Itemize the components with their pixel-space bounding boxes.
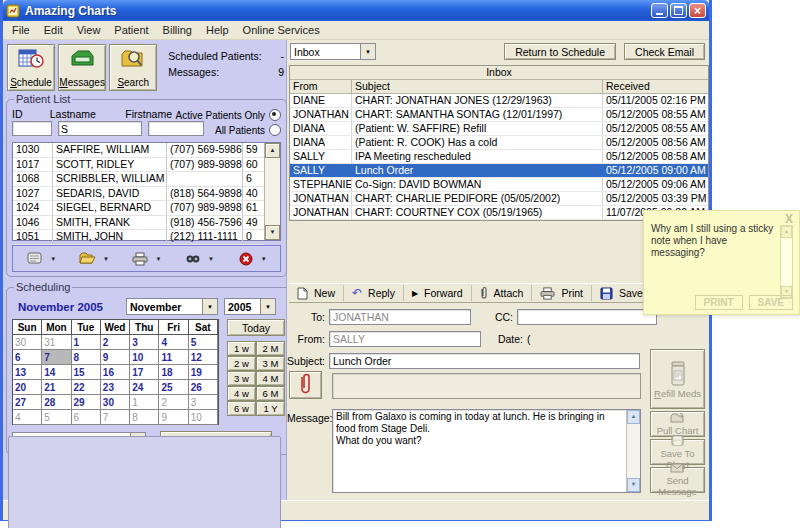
calendar-day[interactable]: 5: [189, 335, 218, 350]
folder-select[interactable]: Inbox ▼: [290, 43, 376, 60]
calendar-day[interactable]: 2: [101, 335, 130, 350]
calendar-day[interactable]: 29: [72, 395, 101, 410]
subject-input[interactable]: [329, 353, 640, 369]
patient-list-scrollbar[interactable]: ▲ ▼: [264, 143, 280, 240]
sticky-note-text[interactable]: Why am I still using a sticky note when …: [651, 223, 777, 259]
col-from[interactable]: From: [290, 80, 352, 93]
sticky-close-icon[interactable]: X: [785, 212, 793, 226]
year-dropdown-icon[interactable]: ▼: [260, 299, 275, 314]
calendar-day[interactable]: 6: [72, 410, 101, 425]
search-button[interactable]: Search: [109, 44, 157, 91]
inbox-row[interactable]: JONATHAN CHART: CHARLIE PEDIFORE (05/05/…: [290, 192, 708, 206]
message-scroll-down-icon[interactable]: ▼: [627, 478, 640, 492]
sticky-scroll-up-icon[interactable]: ▲: [781, 226, 792, 238]
minimize-button[interactable]: [651, 3, 668, 18]
message-scroll-up-icon[interactable]: ▲: [627, 410, 640, 424]
open-folder-icon[interactable]: [76, 249, 100, 269]
calendar-day[interactable]: 23: [101, 380, 130, 395]
forward-button[interactable]: ▶ Forward: [404, 285, 472, 301]
pull-chart-button[interactable]: Pull Chart: [650, 411, 705, 437]
calendar-day[interactable]: 1: [72, 335, 101, 350]
patient-row[interactable]: 1046 SMITH, FRANK (918) 456-7596 49: [13, 216, 264, 231]
calendar-day[interactable]: 9: [159, 410, 188, 425]
maximize-button[interactable]: [670, 3, 687, 18]
refill-meds-button[interactable]: Refill Meds: [650, 349, 705, 409]
id-input[interactable]: [12, 121, 52, 136]
calendar-day[interactable]: 16: [101, 365, 130, 380]
range-button[interactable]: 3 M: [256, 356, 285, 371]
find-icon[interactable]: [181, 249, 205, 269]
range-button[interactable]: 4 M: [256, 371, 285, 386]
calendar-day[interactable]: 3: [189, 395, 218, 410]
sticky-save-button[interactable]: SAVE: [749, 295, 794, 310]
patient-row[interactable]: 1017 SCOTT, RIDLEY (707) 989-9898 60: [13, 158, 264, 173]
range-button[interactable]: 6 w: [227, 401, 256, 416]
calendar-day[interactable]: 1: [130, 395, 159, 410]
menu-item[interactable]: View: [70, 22, 108, 38]
calendar-day[interactable]: 6: [13, 350, 42, 365]
delete-icon[interactable]: [234, 249, 258, 269]
inbox-row[interactable]: DIANE CHART: JONATHAN JONES (12/29/1963)…: [290, 94, 708, 108]
calendar-day[interactable]: 12: [189, 350, 218, 365]
calendar-day[interactable]: 24: [130, 380, 159, 395]
calendar-day[interactable]: 30: [101, 395, 130, 410]
menu-item[interactable]: File: [5, 22, 37, 38]
messages-button[interactable]: Messages: [58, 44, 106, 91]
calendar-day[interactable]: 17: [130, 365, 159, 380]
range-button[interactable]: 2 M: [256, 341, 285, 356]
find-dropdown-icon[interactable]: ▼: [205, 256, 217, 262]
inbox-row[interactable]: SALLY Lunch Order 05/12/2005 09:00 AM: [290, 164, 708, 178]
calendar-day[interactable]: 28: [42, 395, 71, 410]
scroll-down-icon[interactable]: ▼: [265, 225, 280, 240]
sticky-print-button[interactable]: PRINT: [695, 295, 743, 310]
message-scrollbar[interactable]: ▲ ▼: [626, 410, 640, 492]
calendar-day[interactable]: 18: [159, 365, 188, 380]
calendar-day[interactable]: 10: [130, 350, 159, 365]
delete-dropdown-icon[interactable]: ▼: [258, 256, 270, 262]
range-button[interactable]: 2 w: [227, 356, 256, 371]
calendar-day[interactable]: 14: [42, 365, 71, 380]
menu-item[interactable]: Edit: [37, 22, 70, 38]
patient-row[interactable]: 1030 SAFFIRE, WILLIAM (707) 569-5986 59: [13, 143, 264, 158]
attach-button[interactable]: Attach: [472, 285, 533, 301]
cc-input[interactable]: [517, 309, 657, 325]
calendar-day[interactable]: 8: [130, 410, 159, 425]
inbox-row[interactable]: DIANA (Patient: R. COOK) Has a cold 05/1…: [290, 136, 708, 150]
new-note-icon[interactable]: [23, 249, 47, 269]
calendar-day[interactable]: 25: [159, 380, 188, 395]
calendar-day[interactable]: 9: [101, 350, 130, 365]
reply-button[interactable]: ↶ Reply: [344, 285, 404, 301]
calendar-day[interactable]: 4: [13, 410, 42, 425]
inbox-row[interactable]: DIANA (Patient: W. SAFFIRE) Refill 05/12…: [290, 122, 708, 136]
patient-row[interactable]: 1027 SEDARIS, DAVID (818) 564-9898 40: [13, 187, 264, 202]
calendar-day[interactable]: 3: [130, 335, 159, 350]
lastname-input[interactable]: [58, 121, 142, 136]
calendar-day[interactable]: 13: [13, 365, 42, 380]
range-button[interactable]: 3 w: [227, 371, 256, 386]
send-message-button[interactable]: Send Message: [650, 467, 705, 493]
calendar-day[interactable]: 30: [13, 335, 42, 350]
month-dropdown-icon[interactable]: ▼: [202, 299, 217, 314]
scroll-up-icon[interactable]: ▲: [265, 143, 280, 158]
calendar-day[interactable]: 2: [159, 395, 188, 410]
calendar-day[interactable]: 20: [13, 380, 42, 395]
active-patients-radio[interactable]: [269, 109, 281, 121]
close-button[interactable]: ×: [689, 3, 706, 18]
calendar-day[interactable]: 19: [189, 365, 218, 380]
attachment-field[interactable]: [332, 373, 641, 399]
menu-item[interactable]: Online Services: [236, 22, 327, 38]
calendar-day[interactable]: 22: [72, 380, 101, 395]
calendar-day[interactable]: 8: [72, 350, 101, 365]
year-select[interactable]: 2005 ▼: [224, 298, 276, 315]
range-button[interactable]: 6 M: [256, 386, 285, 401]
message-box[interactable]: Bill from Galaxo is coming in today at l…: [332, 409, 641, 493]
inbox-row[interactable]: SALLY IPA Meeting rescheduled 05/12/2005…: [290, 150, 708, 164]
calendar-day[interactable]: 5: [42, 410, 71, 425]
calendar-day[interactable]: 4: [159, 335, 188, 350]
menu-item[interactable]: Help: [199, 22, 236, 38]
new-note-dropdown-icon[interactable]: ▼: [47, 256, 59, 262]
calendar-day[interactable]: 15: [72, 365, 101, 380]
save-to-chart-button[interactable]: Save To Chart: [650, 439, 705, 465]
patient-row[interactable]: 1051 SMITH, JOHN (212) 111-1111 0: [13, 230, 264, 245]
return-to-schedule-button[interactable]: Return to Schedule: [504, 43, 616, 60]
